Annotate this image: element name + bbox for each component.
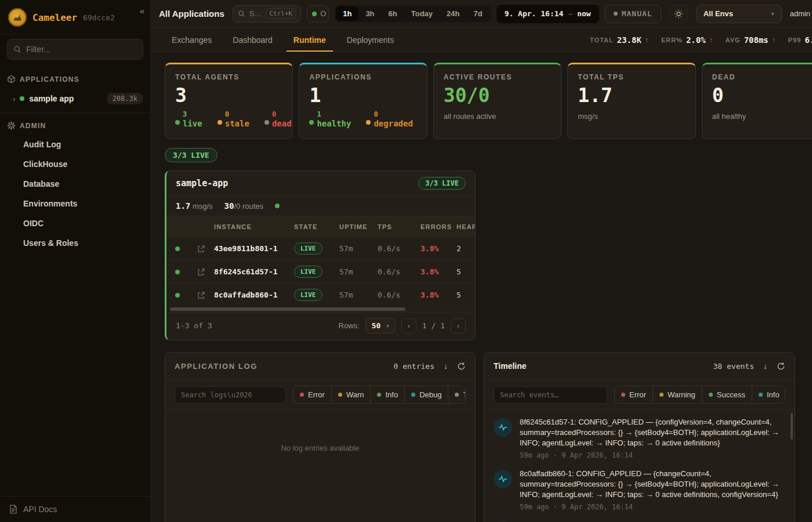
app-logo-text: Cameleer [32, 12, 77, 23]
ministat-value: 1 [317, 111, 351, 119]
card-value: 0 [712, 86, 812, 105]
col-errors[interactable]: ERRORS [420, 223, 456, 230]
tab-deployments[interactable]: Deployments [347, 28, 394, 52]
chevron-right-icon[interactable]: › [13, 95, 15, 103]
col-heap[interactable]: HEAP [456, 223, 476, 230]
tab-dashboard[interactable]: Dashboard [233, 28, 273, 52]
sidebar-item-users-roles[interactable]: Users & Roles [0, 233, 150, 253]
timeline-scrollbar-thumb[interactable] [791, 413, 793, 440]
card-subtext: msg/s [578, 112, 685, 121]
range-button-6h[interactable]: 6h [382, 6, 404, 21]
tab-exchanges[interactable]: Exchanges [172, 28, 212, 52]
download-icon[interactable]: ↓ [444, 361, 448, 371]
filter-chip-success[interactable]: Success [702, 386, 752, 403]
filter-chip-info[interactable]: Info [752, 386, 785, 403]
filter-chip-warning[interactable]: Warning [652, 386, 702, 403]
instance-id: 8f6245c61d57-1 [214, 267, 294, 276]
environment-selected-value: All Envs [704, 9, 733, 18]
kpi-avg: AVG 708ms ↑ [726, 35, 775, 45]
status-dot [175, 120, 180, 125]
filter-chip-warn[interactable]: Warn [331, 386, 371, 403]
col-state[interactable]: STATE [294, 223, 339, 230]
page-prev-button[interactable]: ‹ [401, 318, 416, 334]
sidebar-item-database[interactable]: Database [0, 174, 150, 194]
heap-value: 5 [456, 291, 476, 299]
download-icon[interactable]: ↓ [763, 361, 767, 371]
table-row[interactable]: 8c0affadb860-1 LIVE 57m 0.6/s 3.8% 5 [166, 283, 476, 306]
filter-chip-error[interactable]: Error [293, 386, 331, 403]
range-button-1h[interactable]: 1h [336, 6, 358, 21]
live-badge-row: 3/3 LIVE [165, 148, 812, 162]
refresh-icon[interactable] [777, 362, 785, 371]
col-uptime[interactable]: UPTIME [339, 223, 378, 230]
table-row[interactable]: 43ee9811b801-1 LIVE 57m 0.6/s 3.8% 2 [166, 237, 476, 260]
filter-chip-trace[interactable]: Trace [448, 386, 466, 403]
theme-toggle-button[interactable] [669, 5, 688, 23]
timeline-event[interactable]: 43ee9811b801-1: CONFIG_APPLIED — {change… [494, 520, 784, 522]
uptime-value: 57m [339, 291, 378, 299]
page-next-button[interactable]: › [451, 318, 466, 334]
gear-icon [7, 121, 16, 130]
sidebar-item-environments[interactable]: Environments [0, 194, 150, 213]
activity-pulse-icon [494, 418, 512, 437]
filter-chip-debug[interactable]: Debug [404, 386, 448, 403]
card-value: 1 [309, 86, 416, 105]
external-link-icon[interactable] [197, 245, 205, 253]
tps-value: 0.6/s [378, 291, 420, 299]
errors-value: 3.8% [420, 291, 456, 299]
col-instance[interactable]: INSTANCE [214, 223, 294, 230]
table-footer: 1-3 of 3 Rows: 50 ▾ ‹ 1 / 1 › [166, 312, 475, 340]
sidebar-item-audit-log[interactable]: Audit Log [0, 135, 150, 154]
horizontal-scrollbar[interactable] [170, 307, 472, 311]
range-button-7d[interactable]: 7d [466, 6, 489, 21]
sidebar-item-oidc[interactable]: OIDC [0, 213, 150, 233]
date-range-display[interactable]: 9. Apr. 16:14 – now [496, 5, 599, 23]
rows-per-page-value: 50 [372, 321, 381, 330]
sample-app-card: sample-app 3/3 LIVE 1.7 msg/s 30/0 route… [165, 171, 476, 340]
refresh-icon[interactable] [457, 362, 466, 371]
external-link-icon[interactable] [197, 268, 205, 276]
sidebar-item-clickhouse[interactable]: ClickHouse [0, 154, 150, 174]
admin-header-label: ADMIN [20, 122, 46, 130]
range-button-3h[interactable]: 3h [358, 6, 381, 21]
kpi-err: ERR% 2.0% ↑ [661, 35, 713, 45]
search-icon [13, 45, 21, 53]
instance-status-dot [175, 270, 180, 274]
timeline-search-input[interactable] [500, 391, 601, 399]
scrollbar-thumb[interactable] [170, 307, 405, 311]
col-tps[interactable]: TPS [378, 223, 420, 230]
external-link-icon[interactable] [197, 291, 205, 299]
kpi-label: TOTAL [590, 37, 614, 44]
sidebar-collapse-button[interactable]: « [140, 6, 144, 16]
manual-label: MANUAL [622, 9, 652, 18]
filter-input[interactable] [26, 45, 137, 54]
timeline-event[interactable]: 8c0affadb860-1: CONFIG_APPLIED — {change… [494, 469, 784, 511]
log-search-input[interactable] [181, 391, 280, 399]
log-search-box[interactable] [175, 386, 286, 404]
range-button-today[interactable]: Today [404, 6, 440, 21]
online-status-button[interactable]: O [307, 5, 329, 23]
instances-table: INSTANCE STATE UPTIME TPS ERRORS HEAP 43… [166, 216, 476, 306]
filter-chip-error[interactable]: Error [615, 386, 652, 403]
manual-refresh-button[interactable]: MANUAL [605, 5, 661, 23]
status-dot [366, 120, 371, 125]
instance-status-dot [175, 293, 180, 298]
state-badge: LIVE [294, 242, 322, 255]
main-area: All Applications S… Ctrl+K O 1h 3h 6h To… [151, 0, 812, 522]
timeline-event[interactable]: 8f6245c61d57-1: CONFIG_APPLIED — {config… [494, 417, 784, 459]
kpi-value: 2.0% [686, 35, 706, 45]
table-row[interactable]: 8f6245c61d57-1 LIVE 57m 0.6/s 3.8% 5 [166, 260, 476, 283]
tab-runtime[interactable]: Runtime [293, 28, 326, 52]
range-button-24h[interactable]: 24h [440, 6, 466, 21]
global-search-button[interactable]: S… Ctrl+K [233, 5, 301, 23]
api-docs-label: API Docs [23, 505, 57, 514]
rows-per-page-select[interactable]: 50 ▾ [365, 318, 396, 334]
sidebar-item-sample-app[interactable]: › sample app 208.3k [0, 88, 150, 111]
heap-value: 2 [456, 244, 476, 253]
filter-box[interactable] [7, 39, 143, 60]
sidebar-header: Cameleer 69dcce2 « [0, 0, 150, 34]
filter-chip-info[interactable]: Info [370, 386, 404, 403]
timeline-search-box[interactable] [494, 386, 607, 404]
api-docs-link[interactable]: API Docs [0, 496, 150, 522]
environment-select[interactable]: All Envs ▾ [696, 5, 782, 23]
